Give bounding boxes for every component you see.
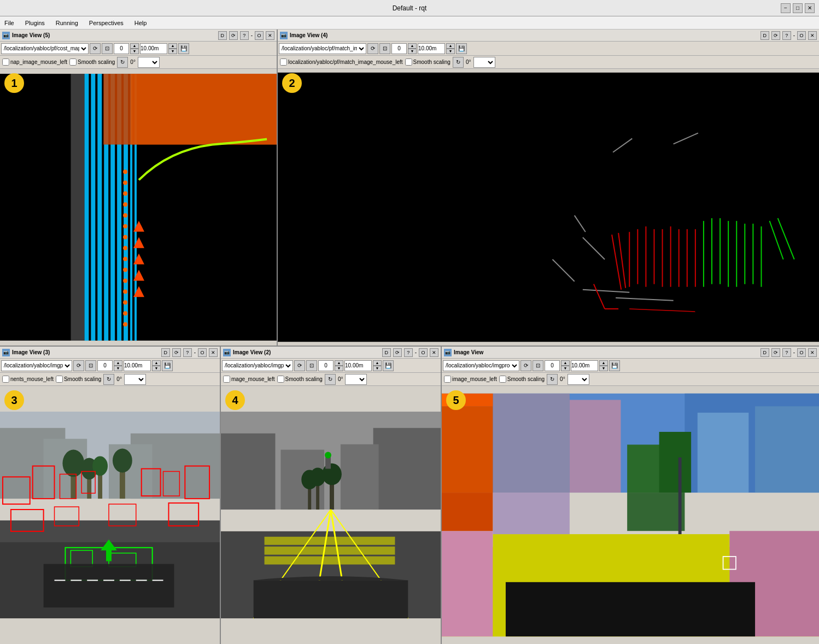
panel-seg-export[interactable]: 💾 xyxy=(609,360,620,371)
panel-3-refresh-btn[interactable]: ⟳ xyxy=(172,348,181,357)
panel-2-fit[interactable]: ⊡ xyxy=(306,360,317,371)
panel-seg-refresh-topic[interactable]: ⟳ xyxy=(520,360,531,371)
panel-4-smooth-check[interactable] xyxy=(405,58,412,66)
panel-3-down[interactable]: ▼ xyxy=(114,366,122,371)
panel-2-scale-up[interactable]: ▲ xyxy=(373,360,382,366)
panel-4-d-btn[interactable]: D xyxy=(760,31,769,40)
panel-4-flip-select[interactable] xyxy=(473,57,495,68)
panel-5-scale-up[interactable]: ▲ xyxy=(168,43,177,49)
panel-seg-close-btn[interactable]: ✕ xyxy=(808,348,817,357)
panel-2-d-btn[interactable]: D xyxy=(382,348,391,357)
panel-seg-flip-select[interactable] xyxy=(568,374,589,385)
minimize-button[interactable]: − xyxy=(781,3,791,13)
panel-2-down[interactable]: ▼ xyxy=(335,366,343,371)
menu-perspectives[interactable]: Perspectives xyxy=(87,19,126,27)
panel-2-refresh-btn[interactable]: ⟳ xyxy=(393,348,402,357)
panel-5-value[interactable] xyxy=(114,43,129,54)
panel-seg-scale[interactable] xyxy=(571,360,598,371)
panel-5-close-btn[interactable]: ✕ xyxy=(266,31,274,40)
panel-5-o-btn[interactable]: O xyxy=(255,31,264,40)
panel-5-smooth-check[interactable] xyxy=(69,58,77,66)
panel-5-d-btn[interactable]: D xyxy=(218,31,227,40)
panel-5-canvas[interactable]: 1 xyxy=(0,69,277,346)
panel-3-mouse-checkbox[interactable]: nents_mouse_left xyxy=(2,376,54,383)
panel-3-d-btn[interactable]: D xyxy=(161,348,170,357)
panel-2-flip-select[interactable] xyxy=(345,374,367,385)
panel-5-fit[interactable]: ⊡ xyxy=(102,43,113,54)
panel-3-smooth-checkbox[interactable]: Smooth scaling xyxy=(56,376,101,383)
panel-3-canvas[interactable]: 3 xyxy=(0,386,220,644)
panel-2-o-btn[interactable]: O xyxy=(419,348,428,357)
panel-2-refresh-topic[interactable]: ⟳ xyxy=(294,360,305,371)
panel-5-refresh-topic[interactable]: ⟳ xyxy=(90,43,101,54)
panel-3-o-btn[interactable]: O xyxy=(198,348,207,357)
panel-4-refresh-topic[interactable]: ⟳ xyxy=(367,43,378,54)
panel-4-value[interactable] xyxy=(391,43,407,54)
panel-3-refresh-topic[interactable]: ⟳ xyxy=(73,360,84,371)
panel-4-help-btn[interactable]: ? xyxy=(782,31,791,40)
panel-3-flip-select[interactable] xyxy=(124,374,146,385)
panel-4-mouse-check[interactable] xyxy=(280,58,287,66)
panel-5-help-btn[interactable]: ? xyxy=(240,31,249,40)
menu-file[interactable]: File xyxy=(2,19,16,27)
panel-5-scale-down[interactable]: ▼ xyxy=(168,49,177,54)
panel-3-scale-down[interactable]: ▼ xyxy=(152,366,161,371)
panel-4-up[interactable]: ▲ xyxy=(408,43,417,49)
panel-seg-smooth-check[interactable] xyxy=(499,376,506,383)
panel-2-help-btn[interactable]: ? xyxy=(404,348,413,357)
panel-4-scale-up[interactable]: ▲ xyxy=(446,43,455,49)
menu-help[interactable]: Help xyxy=(132,19,149,27)
panel-5-smooth-checkbox[interactable]: Smooth scaling xyxy=(69,58,115,66)
panel-seg-rot-icon[interactable]: ↻ xyxy=(547,374,558,385)
panel-3-mouse-check[interactable] xyxy=(2,376,9,383)
panel-5-refresh-btn[interactable]: ⟳ xyxy=(229,31,238,40)
panel-seg-mouse-checkbox[interactable]: image_mouse_left xyxy=(444,376,497,383)
panel-seg-down[interactable]: ▼ xyxy=(561,366,570,371)
panel-2-smooth-check[interactable] xyxy=(277,376,284,383)
panel-2-scale[interactable] xyxy=(344,360,372,371)
panel-4-scale[interactable] xyxy=(418,43,445,54)
panel-3-scale-up[interactable]: ▲ xyxy=(152,360,161,366)
panel-3-help-btn[interactable]: ? xyxy=(183,348,192,357)
panel-5-export[interactable]: 💾 xyxy=(178,43,189,54)
panel-3-topic-select[interactable]: /localization/yabloc/imgproc/ima xyxy=(1,360,72,371)
panel-2-rot-icon[interactable]: ↻ xyxy=(325,374,336,385)
panel-4-refresh-btn[interactable]: ⟳ xyxy=(771,31,780,40)
panel-2-close-btn[interactable]: ✕ xyxy=(430,348,438,357)
panel-3-fit[interactable]: ⊡ xyxy=(85,360,96,371)
panel-seg-o-btn[interactable]: O xyxy=(797,348,806,357)
panel-4-down[interactable]: ▼ xyxy=(408,49,417,54)
panel-3-value[interactable] xyxy=(97,360,113,371)
panel-2-export[interactable]: 💾 xyxy=(383,360,394,371)
panel-5-scale[interactable] xyxy=(140,43,167,54)
panel-4-fit[interactable]: ⊡ xyxy=(379,43,390,54)
panel-4-rot-icon[interactable]: ↻ xyxy=(453,57,464,68)
close-button[interactable]: ✕ xyxy=(805,3,815,13)
panel-seg-help-btn[interactable]: ? xyxy=(782,348,791,357)
panel-seg-scale-up[interactable]: ▲ xyxy=(599,360,608,366)
menu-plugins[interactable]: Plugins xyxy=(23,19,47,27)
panel-seg-value[interactable] xyxy=(545,360,560,371)
panel-5-down[interactable]: ▼ xyxy=(130,49,139,54)
panel-2-value[interactable] xyxy=(318,360,334,371)
panel-3-up[interactable]: ▲ xyxy=(114,360,122,366)
panel-5-rot-icon[interactable]: ↻ xyxy=(117,57,128,68)
panel-3-smooth-check[interactable] xyxy=(56,376,63,383)
panel-5-mouse-check[interactable] xyxy=(2,58,9,66)
panel-2-topic-select[interactable]: /localization/yabloc/imgproc/lane xyxy=(222,360,293,371)
panel-2-smooth-checkbox[interactable]: Smooth scaling xyxy=(277,376,323,383)
panel-3-close-btn[interactable]: ✕ xyxy=(209,348,218,357)
panel-5-up[interactable]: ▲ xyxy=(130,43,139,49)
panel-2-scale-down[interactable]: ▼ xyxy=(373,366,382,371)
panel-3-scale[interactable] xyxy=(124,360,151,371)
panel-4-o-btn[interactable]: O xyxy=(797,31,806,40)
panel-4-smooth-checkbox[interactable]: Smooth scaling xyxy=(405,58,451,66)
menu-running[interactable]: Running xyxy=(54,19,80,27)
panel-4-topic-select[interactable]: /localization/yabloc/pf/match_image xyxy=(279,43,366,54)
panel-seg-d-btn[interactable]: D xyxy=(760,348,769,357)
panel-4-mouse-checkbox[interactable]: localization/yabloc/pf/match_image_mouse… xyxy=(280,58,403,66)
panel-seg-mouse-check[interactable] xyxy=(444,376,451,383)
panel-seg-smooth-checkbox[interactable]: Smooth scaling xyxy=(499,376,545,383)
panel-4-export[interactable]: 💾 xyxy=(456,43,467,54)
panel-5-topic-select[interactable]: /localization/yabloc/pf/cost_map_image xyxy=(1,43,89,54)
